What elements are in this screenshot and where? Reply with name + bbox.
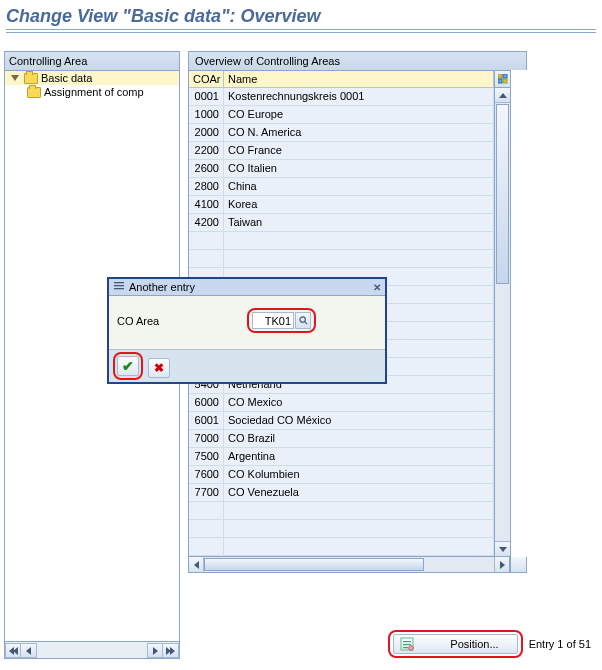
another-entry-dialog: Another entry ✕ CO Area ✔ ✖ <box>107 277 387 384</box>
cell-name[interactable]: Taiwan <box>224 214 494 232</box>
cell-code[interactable]: 7600 <box>189 466 224 484</box>
table-row[interactable]: 2800China <box>189 178 494 196</box>
cell-code[interactable]: 2200 <box>189 142 224 160</box>
cell-name[interactable]: Korea <box>224 196 494 214</box>
scroll-up-button[interactable] <box>495 88 510 103</box>
scroll-thumb[interactable] <box>496 104 509 284</box>
svg-rect-5 <box>114 285 124 286</box>
table-row[interactable]: 2000CO N. America <box>189 124 494 142</box>
cell-code[interactable]: 6000 <box>189 394 224 412</box>
grid-corner <box>510 557 527 573</box>
cancel-icon: ✖ <box>154 361 164 375</box>
column-header-name[interactable]: Name <box>224 71 494 88</box>
svg-rect-6 <box>114 288 124 289</box>
tree-node-label: Basic data <box>41 72 92 84</box>
cell-name[interactable]: CO Italien <box>224 160 494 178</box>
cell-name[interactable]: Argentina <box>224 448 494 466</box>
position-button-label: Position... <box>450 638 498 650</box>
table-row[interactable]: 7600CO Kolumbien <box>189 466 494 484</box>
table-row[interactable] <box>189 250 494 268</box>
cell-name[interactable]: Sociedad CO México <box>224 412 494 430</box>
cell-name[interactable]: Kostenrechnungskreis 0001 <box>224 88 494 106</box>
table-row[interactable]: 0001Kostenrechnungskreis 0001 <box>189 88 494 106</box>
table-row[interactable] <box>189 502 494 520</box>
check-icon: ✔ <box>122 358 134 374</box>
table-row[interactable]: 2600CO Italien <box>189 160 494 178</box>
svg-rect-0 <box>498 74 502 78</box>
svg-rect-10 <box>403 641 411 642</box>
tree-last-button[interactable] <box>163 643 179 658</box>
cell-name[interactable]: CO Mexico <box>224 394 494 412</box>
entry-counter: Entry 1 of 51 <box>529 638 591 650</box>
table-row[interactable]: 7700CO Venezuela <box>189 484 494 502</box>
cell-code[interactable]: 4200 <box>189 214 224 232</box>
hscroll-thumb[interactable] <box>204 558 424 571</box>
page-title: Change View "Basic data": Overview <box>6 4 596 30</box>
tree-node-label: Assignment of comp <box>44 86 144 98</box>
close-icon[interactable]: ✕ <box>373 282 381 293</box>
cell-name[interactable]: China <box>224 178 494 196</box>
cell-code[interactable]: 4100 <box>189 196 224 214</box>
svg-rect-11 <box>403 644 411 645</box>
folder-open-icon <box>24 73 38 84</box>
tree-first-button[interactable] <box>5 643 21 658</box>
folder-icon <box>27 87 41 98</box>
table-row[interactable]: 6000CO Mexico <box>189 394 494 412</box>
horizontal-scrollbar[interactable] <box>188 557 510 573</box>
table-row[interactable]: 2200CO France <box>189 142 494 160</box>
cell-code[interactable]: 2600 <box>189 160 224 178</box>
scroll-left-button[interactable] <box>189 557 204 572</box>
tree-next-button[interactable] <box>147 643 163 658</box>
svg-rect-1 <box>503 74 507 78</box>
scroll-right-button[interactable] <box>494 557 509 572</box>
svg-rect-2 <box>498 79 502 83</box>
dialog-title: Another entry <box>129 281 195 293</box>
cell-code[interactable]: 7500 <box>189 448 224 466</box>
select-columns-button[interactable] <box>494 70 511 88</box>
window-menu-icon[interactable] <box>113 280 125 294</box>
svg-rect-4 <box>114 282 124 283</box>
cell-name[interactable]: CO Brazil <box>224 430 494 448</box>
cell-code[interactable]: 2800 <box>189 178 224 196</box>
table-row[interactable] <box>189 232 494 250</box>
table-row[interactable]: 1000CO Europe <box>189 106 494 124</box>
tree-node-assignment[interactable]: Assignment of comp <box>5 85 179 99</box>
cell-code[interactable]: 6001 <box>189 412 224 430</box>
cell-name[interactable]: CO Kolumbien <box>224 466 494 484</box>
cell-code[interactable]: 7700 <box>189 484 224 502</box>
field-label-co-area: CO Area <box>117 315 237 327</box>
position-icon <box>400 637 414 651</box>
position-button[interactable]: Position... <box>393 634 517 654</box>
tree-header: Controlling Area <box>5 52 179 71</box>
table-row[interactable] <box>189 538 494 556</box>
tree-prev-button[interactable] <box>21 643 37 658</box>
scroll-down-button[interactable] <box>495 541 510 556</box>
value-help-button[interactable] <box>295 312 311 329</box>
cell-name[interactable]: CO Venezuela <box>224 484 494 502</box>
cell-code[interactable]: 1000 <box>189 106 224 124</box>
svg-point-14 <box>411 647 413 649</box>
cell-code[interactable]: 2000 <box>189 124 224 142</box>
cancel-button[interactable]: ✖ <box>148 358 170 378</box>
table-row[interactable] <box>189 520 494 538</box>
table-row[interactable]: 7000CO Brazil <box>189 430 494 448</box>
svg-rect-12 <box>403 647 408 648</box>
table-row[interactable]: 6001Sociedad CO México <box>189 412 494 430</box>
confirm-button[interactable]: ✔ <box>117 356 139 376</box>
co-area-input[interactable] <box>252 312 294 329</box>
svg-rect-3 <box>503 79 507 83</box>
tree-node-basic-data[interactable]: Basic data <box>5 71 179 85</box>
overview-title: Overview of Controlling Areas <box>188 51 527 70</box>
cell-name[interactable]: CO Europe <box>224 106 494 124</box>
cell-name[interactable]: CO France <box>224 142 494 160</box>
table-row[interactable]: 7500Argentina <box>189 448 494 466</box>
svg-line-8 <box>304 321 307 324</box>
column-header-code[interactable]: COAr <box>189 71 224 88</box>
table-row[interactable]: 4200Taiwan <box>189 214 494 232</box>
cell-code[interactable]: 7000 <box>189 430 224 448</box>
table-row[interactable]: 4100Korea <box>189 196 494 214</box>
vertical-scrollbar[interactable] <box>494 88 511 557</box>
expand-icon[interactable] <box>11 75 19 81</box>
cell-name[interactable]: CO N. America <box>224 124 494 142</box>
cell-code[interactable]: 0001 <box>189 88 224 106</box>
